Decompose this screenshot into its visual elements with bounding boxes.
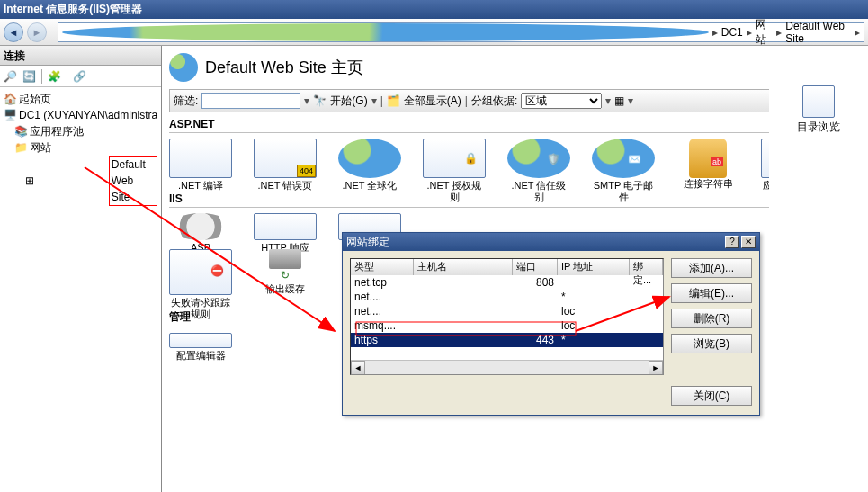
bindings-row[interactable]: msmq....loc (351, 318, 663, 333)
nav-toolbar: ◄ ► ▸ DC1 ▸ 网站 ▸ Default Web Site ▸ (0, 19, 868, 46)
expand-icon[interactable]: ⊞ (25, 173, 34, 189)
bindings-dialog-buttons: 添加(A)... 编辑(E)... 删除(R) 浏览(B) (671, 258, 752, 375)
feature-net-globalization[interactable]: .NET 全球化 (338, 139, 401, 178)
feature-smtp[interactable]: ✉️SMTP 电子邮件 (592, 139, 655, 178)
scroll-left-button[interactable]: ◄ (351, 361, 365, 375)
save-icon[interactable]: 🧩 (48, 70, 61, 83)
feature-net-authrules[interactable]: 🔒.NET 授权规则 (423, 139, 486, 178)
go-label[interactable]: 开始(G) (330, 94, 367, 109)
connections-pane: 连接 🔎 🔄 🧩 🔗 🏠 起始页 🖥️ DC1 (XUYANYAN\admini… (0, 46, 162, 492)
feature-config-editor[interactable]: 配置编辑器 (169, 333, 232, 348)
scroll-right-button[interactable]: ► (649, 361, 663, 375)
feature-http-headers[interactable]: HTTP 响应标... (254, 213, 317, 240)
server-icon: 🖥️ (4, 107, 17, 123)
feature-output-cache[interactable]: ↻输出缓存 (254, 249, 317, 295)
bindings-row[interactable]: net....* (351, 290, 663, 304)
bindings-dialog-titlebar[interactable]: 网站绑定 ? ✕ (343, 233, 759, 251)
remove-binding-button[interactable]: 删除(R) (671, 309, 752, 328)
feature-connection-strings[interactable]: ab连接字符串 (676, 139, 739, 178)
site-globe-icon (169, 53, 198, 82)
page-title-text: Default Web Site 主页 (205, 57, 363, 78)
group-aspnet: ASP.NET (169, 116, 861, 133)
feature-net-trust[interactable]: 🛡️.NET 信任级别 (507, 139, 570, 178)
bindings-row[interactable]: net....loc (351, 304, 663, 318)
tree-default-site[interactable]: ⊞ Default Web Site (4, 156, 157, 206)
show-all-label[interactable]: 全部显示(A) (404, 94, 461, 109)
show-all-icon[interactable]: 🗂️ (387, 94, 400, 107)
page-title: Default Web Site 主页 (169, 53, 861, 82)
chevron-right-icon: ▸ (776, 26, 782, 39)
tree-label: Default Web Site (109, 156, 157, 206)
bindings-row[interactable]: https443* (351, 333, 663, 347)
server-icon (62, 23, 709, 41)
breadcrumb-part[interactable]: Default Web Site (785, 20, 851, 45)
divider (67, 69, 67, 84)
feature-failed-request-tracing[interactable]: ⛔失败请求跟踪规则 (169, 249, 232, 295)
edit-binding-button[interactable]: 编辑(E)... (671, 283, 752, 303)
view-icon[interactable]: ▦ (614, 94, 624, 107)
chevron-right-icon: ▸ (712, 26, 718, 39)
action-directory-browsing[interactable]: 目录浏览 (769, 85, 868, 135)
pool-icon: 📚 (14, 123, 28, 139)
col-ip[interactable]: IP 地址 (558, 259, 630, 275)
refresh-icon[interactable]: 🔄 (22, 70, 36, 83)
col-type[interactable]: 类型 (351, 259, 414, 275)
action-label: 目录浏览 (769, 120, 868, 135)
add-binding-button[interactable]: 添加(A)... (671, 258, 752, 278)
tree-label: 应用程序池 (30, 123, 84, 139)
feature-net-errorpages[interactable]: 404.NET 错误页 (254, 139, 317, 178)
ab-badge: ab (711, 157, 723, 166)
col-port[interactable]: 端口 (513, 259, 558, 275)
lock-icon: 🔒 (464, 152, 478, 165)
scroll-track[interactable] (365, 361, 649, 374)
divider (41, 69, 42, 84)
group-by-select[interactable]: 区域 (521, 93, 602, 109)
folder-icon: 📁 (14, 139, 28, 156)
chevron-right-icon: ▸ (747, 26, 752, 39)
tree-label: 网站 (30, 139, 51, 156)
col-host[interactable]: 主机名 (414, 259, 513, 275)
tree-start-page[interactable]: 🏠 起始页 (4, 91, 157, 107)
dialog-close-button[interactable]: ✕ (741, 236, 756, 248)
breadcrumb-part[interactable]: 网站 (756, 17, 773, 48)
group-aspnet-items: .NET 编译 404.NET 错误页 .NET 全球化 🔒.NET 授权规则 … (169, 139, 861, 187)
browse-binding-button[interactable]: 浏览(B) (671, 334, 752, 353)
tree-label: 起始页 (19, 91, 51, 107)
filter-input[interactable] (201, 93, 300, 109)
feature-net-compile[interactable]: .NET 编译 (169, 139, 232, 178)
dialog-title-text: 网站绑定 (346, 233, 389, 251)
horizontal-scrollbar[interactable]: ◄ ► (351, 360, 663, 374)
col-bind[interactable]: 绑定... (630, 259, 663, 275)
bindings-list[interactable]: 类型 主机名 端口 IP 地址 绑定... net.tcp808net....*… (350, 258, 664, 375)
window-titlebar: Internet 信息服务(IIS)管理器 (0, 0, 868, 19)
connections-tree: 🏠 起始页 🖥️ DC1 (XUYANYAN\administrator) 📚 … (0, 87, 161, 210)
connect-icon[interactable]: 🔎 (4, 70, 17, 83)
window-title: Internet 信息服务(IIS)管理器 (4, 3, 142, 15)
binoculars-icon[interactable]: 🔭 (313, 94, 327, 107)
actions-pane-fragment: 目录浏览 (769, 46, 868, 492)
help-icon[interactable]: 🔗 (73, 70, 86, 83)
dialog-help-button[interactable]: ? (725, 236, 739, 248)
home-icon: 🏠 (4, 91, 17, 107)
tree-label: DC1 (XUYANYAN\administrator) (19, 107, 157, 123)
tree-sites[interactable]: 📁 网站 (4, 139, 157, 156)
breadcrumb-part[interactable]: DC1 (721, 26, 743, 39)
connections-toolbar: 🔎 🔄 🧩 🔗 (0, 66, 161, 87)
bindings-list-header[interactable]: 类型 主机名 端口 IP 地址 绑定... (351, 259, 663, 275)
feature-asp[interactable]: ASP (169, 213, 232, 240)
back-button[interactable]: ◄ (4, 22, 23, 42)
bindings-dialog: 网站绑定 ? ✕ 类型 主机名 端口 IP 地址 绑定... net.tcp80… (342, 232, 760, 416)
filter-bar: 筛选: ▾ 🔭 开始(G) ▾ | 🗂️ 全部显示(A) | 分组依据: 区域 … (169, 89, 861, 112)
close-dialog-button[interactable]: 关闭(C) (671, 386, 752, 406)
filter-label: 筛选: (174, 94, 198, 109)
bindings-row[interactable]: net.tcp808 (351, 275, 663, 290)
breadcrumb[interactable]: ▸ DC1 ▸ 网站 ▸ Default Web Site ▸ (58, 22, 864, 42)
chevron-right-icon: ▸ (855, 26, 860, 39)
tree-server[interactable]: 🖥️ DC1 (XUYANYAN\administrator) (4, 107, 157, 123)
forward-button[interactable]: ► (27, 22, 47, 42)
connections-header: 连接 (0, 46, 161, 66)
tree-app-pools[interactable]: 📚 应用程序池 (4, 123, 157, 139)
group-by-label: 分组依据: (471, 94, 517, 109)
